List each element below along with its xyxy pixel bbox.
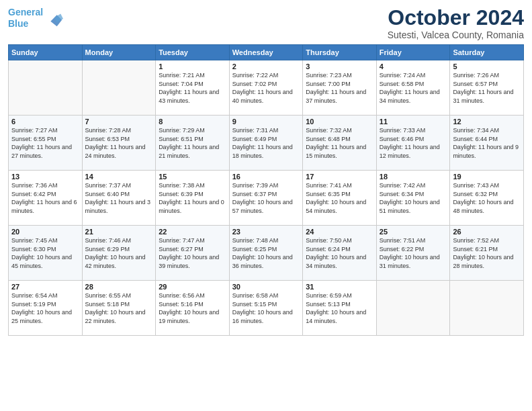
calendar-cell: 23Sunrise: 7:48 AMSunset: 6:25 PMDayligh… xyxy=(229,226,303,281)
day-number: 30 xyxy=(232,283,300,291)
logo: General Blue xyxy=(8,7,63,30)
calendar-cell: 30Sunrise: 6:58 AMSunset: 5:15 PMDayligh… xyxy=(229,281,303,336)
day-info: Sunrise: 7:32 AMSunset: 6:48 PMDaylight:… xyxy=(306,126,373,160)
calendar-cell: 1Sunrise: 7:21 AMSunset: 7:04 PMDaylight… xyxy=(156,60,230,116)
calendar-cell: 19Sunrise: 7:43 AMSunset: 6:32 PMDayligh… xyxy=(450,171,524,226)
month-title: October 2024 xyxy=(388,7,524,28)
day-number: 23 xyxy=(232,228,300,236)
calendar-cell: 25Sunrise: 7:51 AMSunset: 6:22 PMDayligh… xyxy=(376,226,450,281)
day-info: Sunrise: 7:22 AMSunset: 7:02 PMDaylight:… xyxy=(232,71,300,105)
calendar-week-row: 13Sunrise: 7:36 AMSunset: 6:42 PMDayligh… xyxy=(9,171,524,226)
day-info: Sunrise: 7:21 AMSunset: 7:04 PMDaylight:… xyxy=(159,71,226,105)
day-info: Sunrise: 7:27 AMSunset: 6:55 PMDaylight:… xyxy=(11,126,79,160)
logo-icon xyxy=(44,9,63,28)
day-info: Sunrise: 7:39 AMSunset: 6:37 PMDaylight:… xyxy=(232,181,300,215)
logo-line1: General xyxy=(8,7,43,17)
col-header-monday: Monday xyxy=(82,45,156,60)
day-number: 6 xyxy=(11,118,79,126)
location-subtitle: Sutesti, Valcea County, Romania xyxy=(388,30,524,40)
day-number: 19 xyxy=(453,173,521,181)
day-number: 3 xyxy=(306,62,373,71)
calendar-cell: 3Sunrise: 7:23 AMSunset: 7:00 PMDaylight… xyxy=(303,60,377,116)
day-number: 12 xyxy=(453,118,521,126)
day-number: 26 xyxy=(453,228,521,236)
calendar-cell: 14Sunrise: 7:37 AMSunset: 6:40 PMDayligh… xyxy=(82,171,156,226)
calendar-table: SundayMondayTuesdayWednesdayThursdayFrid… xyxy=(8,44,524,336)
col-header-saturday: Saturday xyxy=(450,45,524,60)
calendar-cell: 8Sunrise: 7:29 AMSunset: 6:51 PMDaylight… xyxy=(156,116,230,171)
day-number: 31 xyxy=(306,283,373,291)
day-info: Sunrise: 7:28 AMSunset: 6:53 PMDaylight:… xyxy=(85,126,153,160)
calendar-cell: 31Sunrise: 6:59 AMSunset: 5:13 PMDayligh… xyxy=(303,281,377,336)
day-info: Sunrise: 7:38 AMSunset: 6:39 PMDaylight:… xyxy=(159,181,226,215)
day-info: Sunrise: 7:31 AMSunset: 6:49 PMDaylight:… xyxy=(232,126,300,160)
day-info: Sunrise: 7:47 AMSunset: 6:27 PMDaylight:… xyxy=(159,236,226,270)
calendar-cell xyxy=(376,281,450,336)
day-number: 10 xyxy=(306,118,373,126)
calendar-cell: 26Sunrise: 7:52 AMSunset: 6:21 PMDayligh… xyxy=(450,226,524,281)
calendar-cell: 12Sunrise: 7:34 AMSunset: 6:44 PMDayligh… xyxy=(450,116,524,171)
day-info: Sunrise: 7:33 AMSunset: 6:46 PMDaylight:… xyxy=(380,126,447,160)
calendar-cell xyxy=(9,60,83,116)
header: General Blue October 2024 Sutesti, Valce… xyxy=(8,7,524,40)
day-info: Sunrise: 7:43 AMSunset: 6:32 PMDaylight:… xyxy=(453,181,521,215)
day-info: Sunrise: 7:45 AMSunset: 6:30 PMDaylight:… xyxy=(11,236,79,270)
calendar-cell: 18Sunrise: 7:42 AMSunset: 6:34 PMDayligh… xyxy=(376,171,450,226)
calendar-cell: 17Sunrise: 7:41 AMSunset: 6:35 PMDayligh… xyxy=(303,171,377,226)
day-number: 1 xyxy=(159,62,226,71)
day-info: Sunrise: 7:48 AMSunset: 6:25 PMDaylight:… xyxy=(232,236,300,270)
day-number: 15 xyxy=(159,173,226,181)
calendar-header-row: SundayMondayTuesdayWednesdayThursdayFrid… xyxy=(9,45,524,60)
calendar-cell: 24Sunrise: 7:50 AMSunset: 6:24 PMDayligh… xyxy=(303,226,377,281)
day-number: 5 xyxy=(453,62,521,71)
day-number: 22 xyxy=(159,228,226,236)
calendar-cell: 16Sunrise: 7:39 AMSunset: 6:37 PMDayligh… xyxy=(229,171,303,226)
day-number: 16 xyxy=(232,173,300,181)
calendar-cell: 6Sunrise: 7:27 AMSunset: 6:55 PMDaylight… xyxy=(9,116,83,171)
calendar-cell: 29Sunrise: 6:56 AMSunset: 5:16 PMDayligh… xyxy=(156,281,230,336)
calendar-cell: 10Sunrise: 7:32 AMSunset: 6:48 PMDayligh… xyxy=(303,116,377,171)
calendar-cell: 22Sunrise: 7:47 AMSunset: 6:27 PMDayligh… xyxy=(156,226,230,281)
day-info: Sunrise: 6:56 AMSunset: 5:16 PMDaylight:… xyxy=(159,291,226,325)
day-number: 8 xyxy=(159,118,226,126)
day-number: 18 xyxy=(380,173,447,181)
day-number: 4 xyxy=(380,62,447,71)
day-info: Sunrise: 7:34 AMSunset: 6:44 PMDaylight:… xyxy=(453,126,521,160)
calendar-cell: 13Sunrise: 7:36 AMSunset: 6:42 PMDayligh… xyxy=(9,171,83,226)
day-number: 14 xyxy=(85,173,153,181)
calendar-cell: 21Sunrise: 7:46 AMSunset: 6:29 PMDayligh… xyxy=(82,226,156,281)
calendar-cell: 11Sunrise: 7:33 AMSunset: 6:46 PMDayligh… xyxy=(376,116,450,171)
day-number: 21 xyxy=(85,228,153,236)
calendar-cell: 2Sunrise: 7:22 AMSunset: 7:02 PMDaylight… xyxy=(229,60,303,116)
day-info: Sunrise: 6:58 AMSunset: 5:15 PMDaylight:… xyxy=(232,291,300,325)
day-info: Sunrise: 7:51 AMSunset: 6:22 PMDaylight:… xyxy=(380,236,447,270)
day-number: 29 xyxy=(159,283,226,291)
col-header-thursday: Thursday xyxy=(303,45,377,60)
calendar-cell: 20Sunrise: 7:45 AMSunset: 6:30 PMDayligh… xyxy=(9,226,83,281)
day-info: Sunrise: 7:24 AMSunset: 6:58 PMDaylight:… xyxy=(380,71,447,105)
col-header-friday: Friday xyxy=(376,45,450,60)
day-info: Sunrise: 6:59 AMSunset: 5:13 PMDaylight:… xyxy=(306,291,373,325)
day-info: Sunrise: 7:41 AMSunset: 6:35 PMDaylight:… xyxy=(306,181,373,215)
day-number: 27 xyxy=(11,283,79,291)
day-number: 13 xyxy=(11,173,79,181)
day-info: Sunrise: 7:36 AMSunset: 6:42 PMDaylight:… xyxy=(11,181,79,215)
calendar-cell: 27Sunrise: 6:54 AMSunset: 5:19 PMDayligh… xyxy=(9,281,83,336)
calendar-week-row: 27Sunrise: 6:54 AMSunset: 5:19 PMDayligh… xyxy=(9,281,524,336)
day-number: 28 xyxy=(85,283,153,291)
day-info: Sunrise: 7:46 AMSunset: 6:29 PMDaylight:… xyxy=(85,236,153,270)
calendar-cell xyxy=(450,281,524,336)
calendar-week-row: 1Sunrise: 7:21 AMSunset: 7:04 PMDaylight… xyxy=(9,60,524,116)
day-info: Sunrise: 7:29 AMSunset: 6:51 PMDaylight:… xyxy=(159,126,226,160)
day-info: Sunrise: 7:42 AMSunset: 6:34 PMDaylight:… xyxy=(380,181,447,215)
day-info: Sunrise: 7:26 AMSunset: 6:57 PMDaylight:… xyxy=(453,71,521,105)
calendar-cell: 15Sunrise: 7:38 AMSunset: 6:39 PMDayligh… xyxy=(156,171,230,226)
logo-line2: Blue xyxy=(8,18,28,29)
col-header-sunday: Sunday xyxy=(9,45,83,60)
day-number: 20 xyxy=(11,228,79,236)
day-info: Sunrise: 7:37 AMSunset: 6:40 PMDaylight:… xyxy=(85,181,153,215)
day-number: 25 xyxy=(380,228,447,236)
day-number: 17 xyxy=(306,173,373,181)
day-info: Sunrise: 7:50 AMSunset: 6:24 PMDaylight:… xyxy=(306,236,373,270)
calendar-cell: 28Sunrise: 6:55 AMSunset: 5:18 PMDayligh… xyxy=(82,281,156,336)
